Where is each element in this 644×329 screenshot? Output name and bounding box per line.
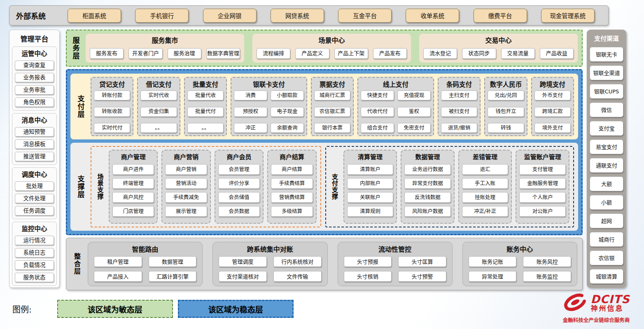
payment-group-items: 实时代收资金归集。。: [140, 90, 177, 133]
support-item: 商户进件: [112, 164, 154, 175]
integration-group-items: 租户管理数据管理产品接入汇路计算引擎: [94, 256, 196, 282]
integration-group: 智能路由租户管理数据管理产品接入汇路计算引擎: [88, 242, 203, 286]
payment-group-title: 贷记支付: [94, 79, 130, 88]
channel-node: 银联全渠道: [590, 65, 623, 80]
support-item: 营销费结算: [271, 192, 313, 203]
sidebar-item: 业务审批: [15, 85, 54, 95]
external-systems-title: 外部系统: [16, 10, 61, 21]
support-group: 商户管理商户进件终端管理商户风控门店管理: [109, 150, 158, 224]
channel-node: 超网: [590, 213, 623, 228]
external-systems-bar: 外部系统 柜面系统手机银行企业网银网贷系统互金平台收单系统缴费平台现金管理系统: [9, 5, 609, 25]
payment-group-title: 批量支付: [187, 79, 224, 88]
integration-item: 异常处理: [469, 271, 517, 282]
sidebar-item: 批处理: [15, 181, 54, 191]
payment-item: 电子现金: [271, 107, 304, 117]
support-item: 风险账户数据: [404, 206, 451, 217]
service-layer: 服务层 服务集市服务发布开发者门户服务治理数据字典管理场景中心流程编排产品定义产…: [66, 30, 583, 67]
service-group-title: 服务集市: [152, 35, 178, 45]
payment-item: 农信银汇票: [314, 107, 350, 117]
support-item: 商户结算: [271, 164, 313, 175]
integration-item: 行内系统核对: [273, 256, 322, 267]
support-group-title: 监管账户管理: [519, 152, 566, 161]
payment-item: 主扫支付: [441, 90, 477, 100]
sidebar-item: 推送管理: [15, 152, 54, 161]
channel-node: 微信: [590, 102, 623, 117]
payment-item: 转账收款: [94, 107, 130, 117]
sidebar-group: 运管中心查询查复业务报表业务审批角色权限: [12, 46, 57, 111]
payment-layer: 支付层 贷记支付转账付款转账收款实时代付借记支付实时代收资金归集。。批量支付批量…: [70, 74, 578, 139]
integration-group-title: 跨系统集中对账: [219, 244, 321, 254]
payment-item: 退货/撤销: [441, 123, 477, 133]
integration-item: 账务记账: [469, 256, 517, 267]
payment-group: 跨境支付外币支付跨境汇款境外支付: [531, 77, 574, 136]
service-item: 产品上下架: [334, 48, 368, 59]
payment-item: 转账付款: [94, 90, 130, 100]
integration-group-items: 头寸预报头寸匡算头寸核销头寸预警: [344, 256, 446, 282]
payment-item: 快捷支付: [361, 90, 394, 100]
payment-item: 资金归集: [140, 107, 177, 117]
support-item: 商户营销: [165, 164, 207, 175]
support-item: 关联账户: [347, 192, 394, 203]
payment-group: 借记支付实时代收资金归集。。: [137, 77, 180, 136]
support-group-title: 清算管理: [347, 152, 394, 161]
service-item: 开发者门户: [128, 48, 162, 59]
service-item: 状态同步: [462, 48, 496, 59]
payment-group-title: 条码支付: [441, 79, 477, 88]
integration-layer: 整合层 智能路由租户管理数据管理产品接入汇路计算引擎跨系统集中对账管理调度行内系…: [66, 238, 583, 290]
support-layer-label: 支撑层: [75, 146, 87, 227]
external-system-node: 现金管理系统: [541, 9, 595, 23]
support-item: 手续费减免: [165, 192, 207, 203]
service-groups: 服务集市服务发布开发者门户服务治理数据字典管理场景中心流程编排产品定义产品上下架…: [86, 34, 578, 63]
sidebar-item: 负载情况: [15, 260, 54, 270]
support-group-title: 商户管理: [112, 152, 154, 161]
sidebar-group-title: 运管中心: [15, 49, 54, 58]
support-sections: 场景支撑商户管理商户进件终端管理商户风控门店管理商户营销商户营销营销活动手续费减…: [91, 146, 574, 227]
payment-item: 外币支付: [534, 90, 571, 100]
payment-item: 跨境汇款: [534, 107, 571, 117]
service-group-items: 流水登记状态同步交易流量产品收益: [423, 46, 574, 60]
service-group-title: 交易中心: [485, 35, 511, 45]
logo-company-text: 神州信息: [590, 305, 630, 313]
sidebar-item: 业务报表: [15, 73, 54, 82]
payment-item: 实时代收: [140, 90, 177, 100]
service-item: 服务发布: [90, 48, 124, 59]
integration-item: 头寸预警: [398, 271, 446, 282]
channel-node: 银联CUPS: [590, 84, 623, 99]
payment-group: 条码支付主扫支付被扫支付退货/撤销: [438, 77, 481, 136]
integration-group-items: 管理调度行内系统核对支付渠道核对文件传输: [219, 256, 321, 282]
support-group-title: 商户结算: [271, 152, 313, 161]
payment-group-items: 批量代收批量代付。。: [187, 90, 224, 133]
payment-item: 实时代付: [94, 123, 130, 133]
integration-item: 账务监控: [523, 271, 571, 282]
integration-group-title: 智能路由: [94, 244, 196, 254]
support-item: 清算规则: [347, 206, 394, 217]
sidebar-group: 调度中心批处理文件处理任务调度: [12, 167, 57, 219]
support-item: 展示管理: [165, 206, 207, 217]
dcits-logo: DCITS 神州信息 金融科技全产业链综合服务商: [555, 292, 637, 324]
payment-group-title: 票据支付: [314, 79, 350, 88]
support-item: 挂账处理: [462, 192, 509, 203]
payment-item: 。。: [140, 123, 177, 133]
integration-group: 流动性管控头寸预报头寸匡算头寸核销头寸预警: [338, 242, 453, 286]
service-item: 数据字典管理: [206, 48, 240, 59]
payment-group-items: 消费小额取款预授权电子现金冲正余额查询: [234, 90, 304, 133]
support-item: 业务运行数据: [404, 164, 451, 175]
sidebar-item: 消息模板: [15, 139, 54, 149]
integration-item: 支付渠道核对: [219, 271, 267, 282]
external-system-node: 企业网银: [203, 9, 257, 23]
support-group-title: 商户营销: [165, 152, 207, 161]
support-group: 商户结算商户结算手续费结算营销费结算多级结算: [267, 150, 316, 224]
integration-item: 头寸匡算: [398, 256, 446, 267]
service-group-items: 流程编排产品定义产品上下架产品发布: [257, 46, 407, 60]
support-group: 商户会员会员管理评价分享会员储值会员数据: [215, 150, 264, 224]
sidebar-item: 文件处理: [15, 194, 54, 203]
sidebar-item: 角色权限: [15, 97, 54, 107]
management-platform-title: 管理平台: [12, 32, 57, 44]
channel-node: 通联支付: [590, 158, 623, 173]
service-item: 产品定义: [295, 48, 329, 59]
support-item: 会员数据: [218, 206, 260, 217]
external-system-node: 互金平台: [338, 9, 392, 23]
payment-columns: 贷记支付转账付款转账收款实时代付借记支付实时代收资金归集。。批量支付批量代收批量…: [91, 77, 574, 136]
support-item: 终端管理: [112, 178, 154, 189]
payment-item: 余额查询: [271, 123, 304, 133]
